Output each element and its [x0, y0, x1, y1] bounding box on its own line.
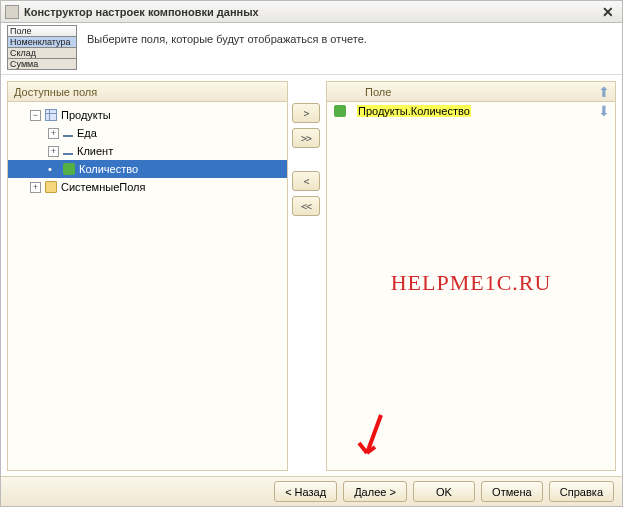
tree-node-food[interactable]: + Еда	[8, 124, 287, 142]
main-region: Доступные поля − Продукты + Еда + Клиент	[7, 81, 616, 471]
remove-all-button[interactable]: <<	[292, 196, 320, 216]
field-tabs: Поле Номенклатура Склад Сумма	[1, 23, 79, 74]
expander-icon[interactable]: +	[48, 146, 59, 157]
number-field-icon	[63, 163, 75, 175]
close-button[interactable]: ✕	[598, 4, 618, 20]
col-field: Поле	[365, 86, 391, 98]
add-button[interactable]: >	[292, 103, 320, 123]
field-icon	[63, 135, 73, 137]
window-title: Конструктор настроек компоновки данных	[24, 6, 598, 18]
selected-list[interactable]: Продукты.Количество HELPME1C.RU	[327, 102, 615, 470]
number-field-icon	[334, 105, 346, 117]
instruction-text: Выберите поля, которые будут отображатьс…	[79, 23, 375, 74]
titlebar: Конструктор настроек компоновки данных ✕	[1, 1, 622, 23]
tree-label: Клиент	[77, 145, 113, 157]
app-icon	[5, 5, 19, 19]
tree-node-products[interactable]: − Продукты	[8, 106, 287, 124]
tree-label: Количество	[79, 163, 138, 175]
tree-node-client[interactable]: + Клиент	[8, 142, 287, 160]
available-fields-header: Доступные поля	[8, 82, 287, 102]
help-button[interactable]: Справка	[549, 481, 614, 502]
bullet-icon: •	[48, 163, 59, 175]
fields-tree[interactable]: − Продукты + Еда + Клиент • Количество	[8, 102, 287, 470]
selected-label: Продукты.Количество	[357, 105, 471, 117]
selected-fields-panel: Поле ⬆ ⬇ Продукты.Количество HELPME1C.RU	[326, 81, 616, 471]
tree-node-quantity[interactable]: • Количество	[8, 160, 287, 178]
tab-nomenclature[interactable]: Номенклатура	[7, 36, 77, 48]
back-button[interactable]: < Назад	[274, 481, 337, 502]
add-all-button[interactable]: >>	[292, 128, 320, 148]
table-icon	[45, 109, 57, 121]
list-item[interactable]: Продукты.Количество	[327, 102, 615, 120]
watermark: HELPME1C.RU	[391, 270, 552, 296]
tab-sum[interactable]: Сумма	[7, 58, 77, 70]
tree-label: Продукты	[61, 109, 111, 121]
field-icon	[63, 153, 73, 155]
expander-icon[interactable]: −	[30, 110, 41, 121]
remove-button[interactable]: <	[292, 171, 320, 191]
upper-region: Поле Номенклатура Склад Сумма Выберите п…	[1, 23, 622, 75]
selected-fields-header: Поле	[327, 82, 615, 102]
available-fields-panel: Доступные поля − Продукты + Еда + Клиент	[7, 81, 288, 471]
tree-label: Еда	[77, 127, 97, 139]
move-up-button[interactable]: ⬆	[596, 84, 612, 100]
tree-label: СистемныеПоля	[61, 181, 145, 193]
folder-icon	[45, 181, 57, 193]
next-button[interactable]: Далее >	[343, 481, 407, 502]
ok-button[interactable]: OK	[413, 481, 475, 502]
footer: < Назад Далее > OK Отмена Справка	[1, 476, 622, 506]
expander-icon[interactable]: +	[30, 182, 41, 193]
tree-node-system-fields[interactable]: + СистемныеПоля	[8, 178, 287, 196]
cancel-button[interactable]: Отмена	[481, 481, 543, 502]
move-buttons: > >> < <<	[288, 81, 326, 471]
expander-icon[interactable]: +	[48, 128, 59, 139]
